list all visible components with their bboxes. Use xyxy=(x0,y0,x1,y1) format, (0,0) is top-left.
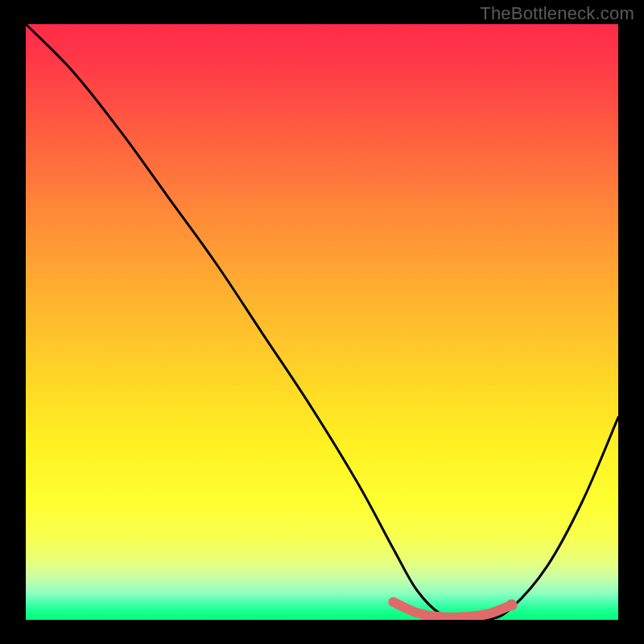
optimal-range-path xyxy=(393,602,511,617)
bottleneck-curve-path xyxy=(26,24,618,620)
chart-svg xyxy=(26,24,618,620)
plot-area xyxy=(26,24,618,620)
watermark-text: TheBottleneck.com xyxy=(480,3,634,24)
optimal-range-endpoint xyxy=(506,600,518,611)
